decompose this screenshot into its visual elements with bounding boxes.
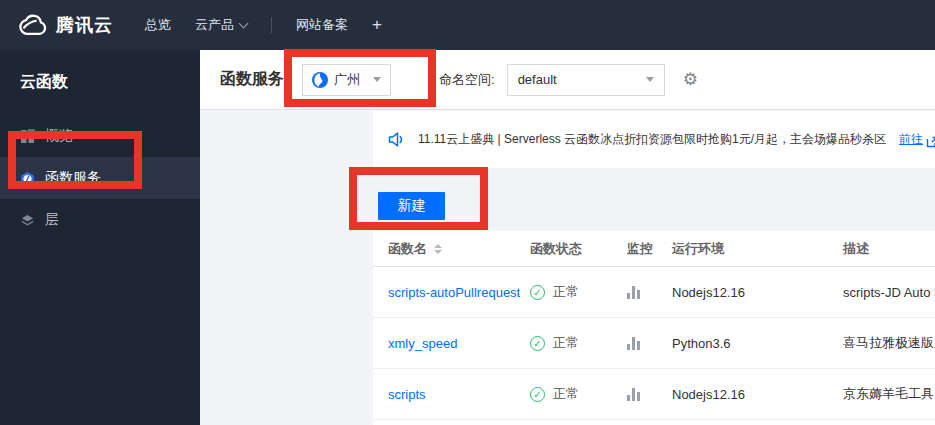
sort-icon[interactable] (434, 244, 442, 254)
status-label: 正常 (553, 385, 579, 403)
promo-banner: 11.11云上盛典 | Serverless 云函数冰点折扣资源包限时抢购1元/… (373, 111, 935, 168)
sidebar: 云函数 概览函数服务层 (0, 50, 200, 425)
sidebar-item-label: 概览 (45, 127, 73, 145)
namespace-select[interactable]: default (507, 64, 665, 96)
top-navigation: 总览云产品网站备案+ (145, 15, 406, 35)
region-value: 广州 (334, 71, 360, 89)
runtime-cell: Nodejs12.16 (672, 387, 843, 402)
chevron-down-icon (239, 18, 249, 28)
tencent-cloud-logo-icon (14, 12, 48, 38)
runtime-cell: Nodejs12.16 (672, 285, 843, 300)
table-body: scripts-autoPullrequest✓正常Nodejs12.16scr… (373, 267, 935, 420)
monitor-cell (627, 388, 672, 401)
create-button[interactable]: 新建 (378, 192, 445, 220)
column-header-label: 函数状态 (530, 240, 582, 258)
region-selector[interactable]: 广州 (302, 64, 391, 96)
description-cell: 京东薅羊毛工具 (843, 385, 935, 403)
chevron-down-icon (646, 77, 654, 82)
banner-text: 11.11云上盛典 | Serverless 云函数冰点折扣资源包限时抢购1元/… (418, 131, 897, 148)
status-cell: ✓正常 (530, 283, 627, 301)
monitor-cell (627, 286, 672, 299)
check-circle-icon: ✓ (530, 336, 545, 351)
table-row: scripts-autoPullrequest✓正常Nodejs12.16scr… (373, 267, 935, 318)
chevron-down-icon (373, 77, 381, 82)
nav-add-button[interactable]: + (372, 15, 382, 35)
column-header-监控: 监控 (627, 240, 672, 258)
function-name-link[interactable]: xmly_speed (388, 336, 530, 351)
scf-hexagon-icon (20, 171, 35, 186)
table-header-row: 函数名函数状态监控运行环境描述 (373, 231, 935, 267)
bar-chart-icon[interactable] (627, 286, 672, 299)
speaker-icon (388, 131, 405, 148)
column-header-函数状态: 函数状态 (530, 240, 627, 258)
bar-chart-icon[interactable] (627, 337, 672, 350)
check-circle-icon: ✓ (530, 285, 545, 300)
column-header-函数名: 函数名 (388, 240, 530, 258)
nav-divider (271, 17, 272, 33)
status-cell: ✓正常 (530, 385, 627, 403)
gear-icon[interactable]: ⚙ (683, 71, 698, 88)
namespace-label: 命名空间: (439, 71, 495, 89)
nav-item-网站备案[interactable]: 网站备案 (296, 16, 348, 34)
column-header-label: 运行环境 (672, 240, 724, 258)
sidebar-menu: 概览函数服务层 (0, 115, 200, 241)
grid-icon (20, 129, 35, 144)
table-row: xmly_speed✓正常Python3.6喜马拉雅极速版刷 (373, 318, 935, 369)
status-label: 正常 (553, 334, 579, 352)
sidebar-item-概览[interactable]: 概览 (0, 115, 200, 157)
column-header-描述: 描述 (843, 240, 935, 258)
page-header: 函数服务 广州 命名空间: default ⚙ (200, 50, 935, 110)
function-table: 函数名函数状态监控运行环境描述 scripts-autoPullrequest✓… (373, 231, 935, 425)
column-header-label: 描述 (843, 240, 869, 258)
description-cell: 喜马拉雅极速版刷 (843, 334, 935, 352)
monitor-cell (627, 337, 672, 350)
banner-link[interactable]: 前往 (899, 131, 923, 148)
nav-item-总览[interactable]: 总览 (145, 16, 171, 34)
check-circle-icon: ✓ (530, 387, 545, 402)
function-name-link[interactable]: scripts (388, 387, 530, 402)
column-header-运行环境: 运行环境 (672, 240, 843, 258)
function-name-link[interactable]: scripts-autoPullrequest (388, 285, 530, 300)
runtime-cell: Python3.6 (672, 336, 843, 351)
brand[interactable]: 腾讯云 (14, 12, 113, 38)
table-row: scripts✓正常Nodejs12.16京东薅羊毛工具 (373, 369, 935, 420)
namespace-value: default (518, 72, 557, 87)
status-label: 正常 (553, 283, 579, 301)
page-title: 函数服务 (220, 69, 284, 90)
sidebar-item-函数服务[interactable]: 函数服务 (0, 157, 200, 199)
sidebar-title: 云函数 (0, 50, 200, 107)
nav-item-云产品[interactable]: 云产品 (195, 16, 247, 34)
globe-icon (312, 72, 328, 88)
column-header-label: 函数名 (388, 240, 427, 258)
layers-icon (20, 213, 35, 228)
topbar: 腾讯云 总览云产品网站备案+ (0, 0, 935, 50)
bar-chart-icon[interactable] (627, 388, 672, 401)
status-cell: ✓正常 (530, 334, 627, 352)
column-header-label: 监控 (627, 240, 653, 258)
brand-name: 腾讯云 (56, 13, 113, 37)
sidebar-item-label: 层 (45, 211, 59, 229)
sidebar-item-label: 函数服务 (45, 169, 101, 187)
sidebar-item-层[interactable]: 层 (0, 199, 200, 241)
description-cell: scripts-JD Auto P (843, 285, 935, 300)
external-link-icon[interactable] (926, 134, 935, 146)
